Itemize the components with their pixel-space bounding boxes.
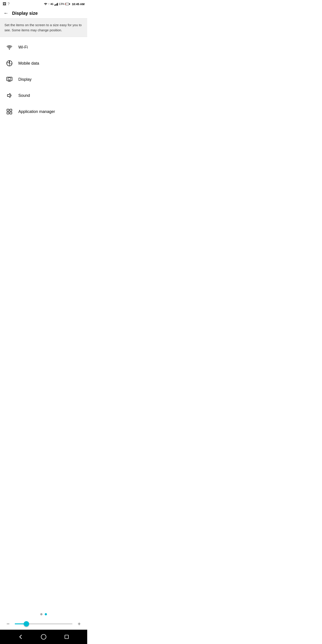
content-area: Wi-Fi Mobile data xyxy=(0,37,87,630)
info-text: Set the items on the screen to a size ea… xyxy=(4,23,82,32)
display-label: Display xyxy=(18,77,32,82)
header: ← Display size xyxy=(0,8,87,18)
page-wrapper: 🖼 ? ↑ 4G 13% xyxy=(0,0,87,644)
nav-bar xyxy=(0,630,87,644)
app-manager-label: Application manager xyxy=(18,109,55,114)
slider-decrease-button[interactable]: − xyxy=(4,621,12,626)
sound-icon xyxy=(4,92,14,98)
mobile-data-icon xyxy=(4,60,14,66)
bluetooth-icon: ↑ xyxy=(48,2,50,6)
signal-bars xyxy=(54,2,58,6)
page-dot-2 xyxy=(45,613,47,616)
settings-item-wifi[interactable]: Wi-Fi xyxy=(0,39,87,55)
wifi-icon xyxy=(4,44,14,50)
svg-rect-12 xyxy=(65,635,68,639)
page-dot-1 xyxy=(40,613,42,616)
wifi-label: Wi-Fi xyxy=(18,45,28,50)
svg-rect-7 xyxy=(7,109,9,111)
mobile-data-label: Mobile data xyxy=(18,61,39,66)
nav-recent-button[interactable] xyxy=(64,634,70,640)
display-icon xyxy=(4,76,14,82)
nav-home-button[interactable] xyxy=(40,634,47,640)
slider-increase-button[interactable]: + xyxy=(76,621,83,626)
settings-item-display[interactable]: Display xyxy=(0,71,87,88)
status-bar-right: ↑ 4G 13% 10:45 AM xyxy=(44,2,84,6)
status-time: 10:45 AM xyxy=(72,2,84,6)
unknown-icon: ? xyxy=(8,2,10,6)
back-button[interactable]: ← xyxy=(4,10,8,16)
svg-rect-8 xyxy=(10,109,12,111)
svg-rect-10 xyxy=(10,112,12,114)
settings-item-app-manager[interactable]: Application manager xyxy=(0,104,87,120)
settings-item-sound[interactable]: Sound xyxy=(0,88,87,104)
nav-back-button[interactable] xyxy=(18,634,24,640)
status-bar-left: 🖼 ? xyxy=(3,2,10,6)
page-indicators xyxy=(0,610,87,618)
svg-rect-3 xyxy=(8,78,11,80)
spacer xyxy=(0,122,87,610)
page-title: Display size xyxy=(12,11,38,16)
gallery-icon: 🖼 xyxy=(3,2,6,6)
status-bar: 🖼 ? ↑ 4G 13% xyxy=(0,0,87,8)
sound-label: Sound xyxy=(18,93,30,98)
slider-section: − + xyxy=(0,618,87,630)
info-banner: Set the items on the screen to a size ea… xyxy=(0,18,87,37)
svg-point-0 xyxy=(9,48,10,50)
apps-icon xyxy=(4,108,14,115)
settings-list: Wi-Fi Mobile data xyxy=(0,37,87,122)
svg-marker-6 xyxy=(8,94,10,98)
svg-rect-9 xyxy=(7,112,9,114)
network-label: 4G xyxy=(50,3,54,5)
slider-track[interactable] xyxy=(15,624,72,624)
slider-thumb[interactable] xyxy=(24,621,29,626)
svg-point-11 xyxy=(41,634,46,639)
wifi-status-icon xyxy=(44,3,48,5)
battery-percentage: 13% xyxy=(59,2,64,6)
settings-item-mobile-data[interactable]: Mobile data xyxy=(0,55,87,71)
battery-icon xyxy=(65,3,70,5)
